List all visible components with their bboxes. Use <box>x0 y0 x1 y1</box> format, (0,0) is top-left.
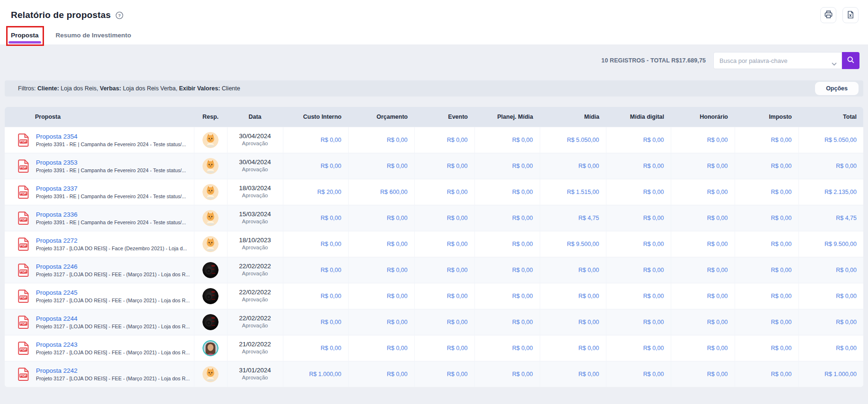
money-cell: R$ 0,00 <box>798 283 863 309</box>
money-cell: R$ 0,00 <box>671 257 735 283</box>
proposal-link[interactable]: Proposta 2245 <box>36 289 190 296</box>
money-cell: R$ 0,00 <box>283 231 348 257</box>
money-cell: R$ 0,00 <box>283 257 348 283</box>
responsible-cell <box>194 231 227 257</box>
header-actions <box>820 7 859 23</box>
money-cell: R$ 0,00 <box>606 205 671 231</box>
money-cell: R$ 0,00 <box>348 153 414 179</box>
export-excel-button[interactable] <box>842 7 859 23</box>
proposal-link[interactable]: Proposta 2272 <box>36 237 187 244</box>
money-cell: R$ 0,00 <box>414 127 474 153</box>
table-row: PDFProposta 2272Projeto 3137 - [LOJA DO … <box>5 231 863 257</box>
avatar-cat <box>202 132 219 148</box>
pdf-file-icon[interactable]: PDF <box>18 237 29 251</box>
pdf-file-icon[interactable]: PDF <box>18 211 29 225</box>
pdf-file-icon[interactable]: PDF <box>18 290 29 303</box>
proposal-link[interactable]: Proposta 2336 <box>36 211 186 218</box>
proposal-link[interactable]: Proposta 2246 <box>36 263 190 270</box>
money-cell: R$ 0,00 <box>414 179 474 205</box>
proposal-date: 31/01/2024 <box>239 367 271 374</box>
status-label: Aprovação <box>239 193 271 198</box>
money-cell: R$ 0,00 <box>414 361 474 387</box>
date-cell: 22/02/2022Aprovação <box>227 257 283 283</box>
money-cell: R$ 0,00 <box>474 335 540 361</box>
proposals-table: Proposta Resp. Data Custo Interno Orçame… <box>5 107 863 387</box>
print-button[interactable] <box>820 7 836 23</box>
money-cell: R$ 0,00 <box>348 309 414 335</box>
proposal-cell: PDFProposta 2243Projeto 3127 - [LOJA DO … <box>5 335 194 361</box>
money-cell: R$ 5.050,00 <box>798 127 863 153</box>
avatar-cat <box>202 366 219 382</box>
status-label: Aprovação <box>239 141 271 146</box>
money-cell: R$ 0,00 <box>671 127 735 153</box>
records-total-summary: 10 REGISTROS - TOTAL R$17.689,75 <box>601 57 706 64</box>
money-cell: R$ 4,75 <box>798 205 863 231</box>
status-label: Aprovação <box>239 271 271 276</box>
excel-export-icon <box>846 10 855 20</box>
pdf-file-icon[interactable]: PDF <box>18 263 29 277</box>
svg-text:PDF: PDF <box>20 270 27 273</box>
svg-text:PDF: PDF <box>20 348 27 351</box>
proposal-cell: PDFProposta 2246Projeto 3127 - [LOJA DO … <box>5 257 194 283</box>
money-cell: R$ 0,00 <box>540 283 606 309</box>
money-cell: R$ 0,00 <box>671 179 735 205</box>
proposal-link[interactable]: Proposta 2337 <box>36 185 186 192</box>
tab-resumo-de-investimento[interactable]: Resumo de Investimento <box>56 28 132 44</box>
svg-text:PDF: PDF <box>20 218 27 221</box>
pdf-file-icon[interactable]: PDF <box>18 368 29 381</box>
money-cell: R$ 0,00 <box>283 309 348 335</box>
money-cell: R$ 0,00 <box>671 361 735 387</box>
money-cell: R$ 9.500,00 <box>540 231 606 257</box>
proposal-date: 15/03/2024 <box>239 211 271 218</box>
proposal-link[interactable]: Proposta 2242 <box>36 367 190 374</box>
search-icon <box>847 56 855 65</box>
avatar-dark <box>202 288 219 304</box>
pdf-file-icon[interactable]: PDF <box>18 316 29 329</box>
status-label: Aprovação <box>239 297 271 302</box>
proposal-link[interactable]: Proposta 2353 <box>36 159 186 166</box>
proposal-date: 18/03/2024 <box>239 184 271 192</box>
proposal-project-subtitle: Projeto 3127 - [LOJA DO REIS] - FEE - (M… <box>36 324 190 329</box>
money-cell: R$ 0,00 <box>283 283 348 309</box>
responsible-cell <box>194 179 227 205</box>
money-cell: R$ 0,00 <box>414 153 474 179</box>
money-cell: R$ 0,00 <box>798 257 863 283</box>
money-cell: R$ 0,00 <box>540 335 606 361</box>
money-cell: R$ 0,00 <box>414 231 474 257</box>
options-button[interactable]: Opções <box>815 82 859 95</box>
pdf-file-icon[interactable]: PDF <box>18 133 29 147</box>
money-cell: R$ 0,00 <box>474 309 540 335</box>
avatar-dark <box>202 262 219 278</box>
money-cell: R$ 0,00 <box>283 153 348 179</box>
money-cell: R$ 0,00 <box>671 335 735 361</box>
money-cell: R$ 0,00 <box>474 283 540 309</box>
proposal-link[interactable]: Proposta 2243 <box>36 341 190 348</box>
date-cell: 18/03/2024Aprovação <box>227 179 283 205</box>
date-cell: 21/02/2022Aprovação <box>227 335 283 361</box>
help-circle-icon[interactable]: ? <box>115 11 123 19</box>
money-cell: R$ 0,00 <box>735 205 798 231</box>
proposal-date: 18/10/2023 <box>239 237 271 244</box>
chevron-down-icon[interactable] <box>832 59 837 68</box>
table-row: PDFProposta 2245Projeto 3127 - [LOJA DO … <box>5 283 863 309</box>
money-cell: R$ 1.000,00 <box>283 361 348 387</box>
proposal-link[interactable]: Proposta 2354 <box>36 133 186 140</box>
money-cell: R$ 0,00 <box>474 257 540 283</box>
column-header-midia-digital: Mídia digital <box>606 107 671 127</box>
money-cell: R$ 0,00 <box>798 153 863 179</box>
money-cell: R$ 0,00 <box>671 309 735 335</box>
column-header-data: Data <box>227 107 283 127</box>
pdf-file-icon[interactable]: PDF <box>18 159 29 173</box>
tab-proposta[interactable]: Proposta <box>11 28 39 44</box>
search-input[interactable] <box>714 53 842 69</box>
responsible-cell <box>194 309 227 335</box>
responsible-cell <box>194 283 227 309</box>
proposal-link[interactable]: Proposta 2244 <box>36 315 190 322</box>
pdf-file-icon[interactable]: PDF <box>18 185 29 199</box>
pdf-file-icon[interactable]: PDF <box>18 342 29 355</box>
svg-text:PDF: PDF <box>20 322 27 325</box>
money-cell: R$ 5.050,00 <box>540 127 606 153</box>
printer-icon <box>824 10 833 20</box>
search-button[interactable] <box>842 52 859 69</box>
money-cell: R$ 9.500,00 <box>798 231 863 257</box>
